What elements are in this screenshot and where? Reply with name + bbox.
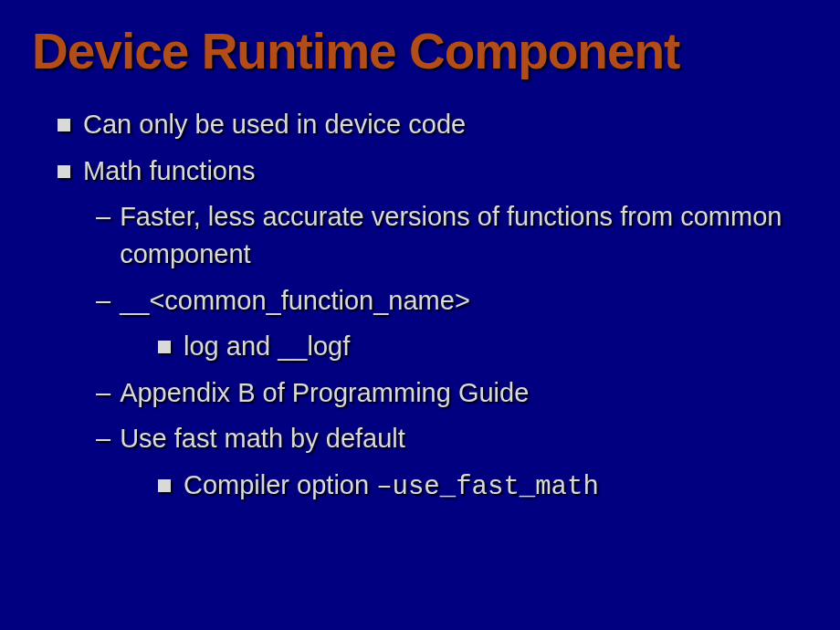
bullet-item: log and __logf <box>158 328 808 365</box>
bullet-item: Can only be used in device code <box>58 106 808 143</box>
square-bullet-icon <box>58 119 70 131</box>
bullet-item: Compiler option –use_fast_math <box>158 467 808 507</box>
square-bullet-icon <box>158 341 171 353</box>
compiler-option-code: –use_fast_math <box>376 472 599 502</box>
slide-title: Device Runtime Component <box>32 23 808 80</box>
bullet-text: Appendix B of Programming Guide <box>120 374 529 412</box>
compiler-option-label: Compiler option <box>184 470 376 499</box>
dash-bullet-icon: – <box>96 420 110 457</box>
bullet-item: – Appendix B of Programming Guide <box>96 374 808 412</box>
square-bullet-icon <box>158 479 171 492</box>
bullet-text: Math functions <box>83 152 256 190</box>
bullet-text: Can only be used in device code <box>83 106 466 143</box>
dash-bullet-icon: – <box>96 282 110 320</box>
bullet-text: Faster, less accurate versions of functi… <box>120 198 808 272</box>
bullet-text: Compiler option –use_fast_math <box>184 467 599 507</box>
bullet-text: log and __logf <box>184 328 350 365</box>
bullet-text: __<common_function_name> <box>120 282 470 320</box>
square-bullet-icon <box>58 165 70 178</box>
bullet-item: – Faster, less accurate versions of func… <box>96 198 808 272</box>
dash-bullet-icon: – <box>96 374 110 412</box>
bullet-item: – Use fast math by default <box>96 420 808 457</box>
bullet-item: Math functions <box>58 152 808 190</box>
dash-bullet-icon: – <box>96 198 110 272</box>
slide-content: Can only be used in device code Math fun… <box>32 106 808 506</box>
bullet-text: Use fast math by default <box>120 420 405 457</box>
bullet-item: – __<common_function_name> <box>96 282 808 320</box>
